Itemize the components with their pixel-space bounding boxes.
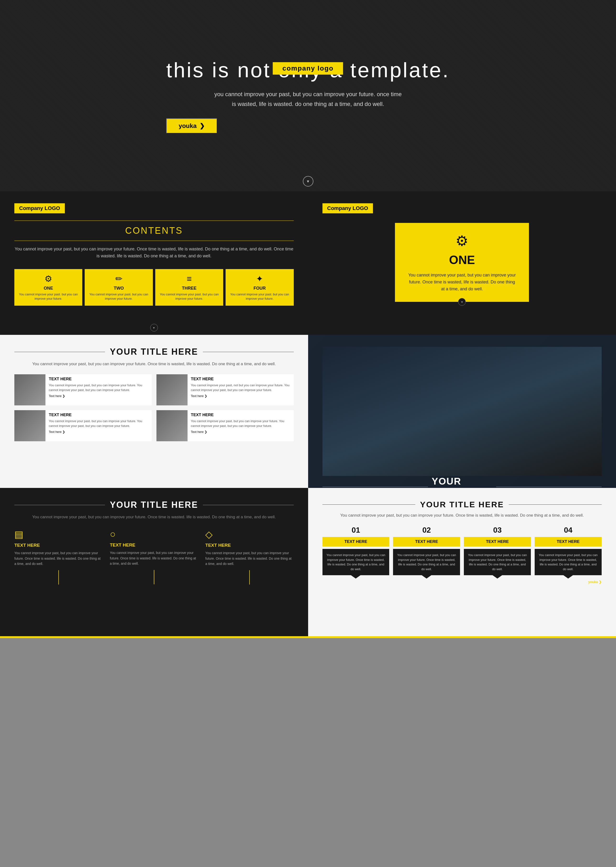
num-badge-2: TEXT HERE — [393, 537, 460, 547]
hero-subtitle: you cannot improve your past, but you ca… — [166, 90, 450, 109]
card-1-title: TEXT HERE — [49, 377, 149, 382]
num-badge-3: TEXT HERE — [464, 537, 531, 547]
contents-icon-four: ✦ FOUR You cannot improve your past. but… — [226, 269, 294, 306]
hero-button[interactable]: youka ❯ — [166, 118, 217, 134]
card-1-link[interactable]: Text here ❯ — [49, 394, 149, 398]
contents-three-desc: You cannot improve your past. but you ca… — [158, 292, 221, 301]
dark-photo-bg — [322, 347, 602, 476]
num-col-4: 04 TEXT HERE You cannot improve your pas… — [535, 526, 602, 575]
card-4-title: TEXT HERE — [191, 413, 291, 417]
dp-divider-right — [496, 487, 602, 487]
numbered-footer-text: youka ❯ — [588, 580, 602, 584]
contents-four-icon: ✦ — [228, 274, 291, 284]
col-icon-1: ▤ TEXT HERE You cannot improve your past… — [14, 529, 103, 584]
three-cols-grid: ▤ TEXT HERE You cannot improve your past… — [14, 529, 294, 584]
contents-two-label: TWO — [87, 286, 150, 291]
contents-one-desc: You cannot improve your past. but you ca… — [17, 292, 80, 301]
num-label-1: 01 — [322, 526, 390, 534]
num-box-3-notch — [493, 575, 502, 578]
slides-grid-row1: Company LOGO CONTENTS You cannot improve… — [0, 191, 616, 335]
card-4-content: TEXT HERE You cannot improve your past. … — [191, 410, 294, 441]
card-2: TEXT HERE You cannot improve your past, … — [156, 374, 294, 405]
slide-dark-icons: YOUR TITLE HERE You cannot improve your … — [0, 488, 308, 636]
card-1: TEXT HERE You cannot improve your past, … — [14, 374, 152, 405]
num-col-1: 01 TEXT HERE You cannot improve your pas… — [322, 526, 390, 575]
numbered-footer: youka ❯ — [322, 580, 602, 584]
num-box-3-desc: You cannot improve your past, but you ca… — [468, 553, 527, 572]
contents-four-desc: You cannot improve your past. but you ca… — [228, 292, 291, 301]
separator-yellow — [0, 636, 616, 638]
slides-grid-row3: YOUR TITLE HERE You cannot improve your … — [0, 488, 616, 636]
card-1-image — [14, 374, 46, 405]
hero-button-arrow-icon: ❯ — [200, 122, 205, 130]
num-col-3: 03 TEXT HERE You cannot improve your pas… — [464, 526, 531, 575]
slide-title-dark-photo: YOUR TITLE HERE You cannot improve your … — [308, 335, 616, 488]
contents-icon-two: ✏ TWO You cannot improve your past. but … — [85, 269, 152, 306]
card-2-image — [156, 374, 187, 405]
contents-two-desc: You cannot improve your past. but you ca… — [87, 292, 150, 301]
one-chevron-icon: ▾ — [458, 298, 466, 306]
dp-title-line2: TITLE HERE — [432, 487, 492, 488]
hero-button-label: youka — [179, 122, 196, 130]
slide-numbered: YOUR TITLE HERE You cannot improve your … — [308, 488, 616, 636]
contents-one-label: ONE — [17, 286, 80, 291]
hero-content: company logo this is not only a template… — [166, 58, 450, 134]
dp-divider-left — [322, 487, 428, 487]
one-yellow-box: ⚙ ONE You cannot improve your past, but … — [395, 223, 529, 302]
col-icon-1-icon: ▤ — [14, 529, 103, 540]
hero-section: company logo this is not only a template… — [0, 0, 616, 191]
one-desc: You cannot improve your past, but you ca… — [407, 272, 517, 292]
di-subtitle: You cannot improve your past, but you ca… — [14, 514, 294, 520]
col-icon-2: ○ TEXT HERE You cannot improve your past… — [110, 529, 198, 584]
slide-one-logo: Company LOGO — [322, 203, 373, 214]
num-label-4: 04 — [535, 526, 602, 534]
card-3-title: TEXT HERE — [49, 413, 149, 417]
four-cards-grid: TEXT HERE You cannot improve your past, … — [14, 374, 294, 441]
white-slide-subtitle: You cannot improve your past, but you ca… — [14, 361, 294, 367]
num-badge-1: TEXT HERE — [322, 537, 390, 547]
one-gear-icon: ⚙ — [407, 232, 517, 249]
one-title: ONE — [407, 253, 517, 267]
num-box-1-desc: You cannot improve your past, but you ca… — [326, 553, 386, 572]
card-4-desc: You cannot improve your past. but you ca… — [191, 419, 291, 428]
card-4-link[interactable]: Text here ❯ — [191, 430, 291, 433]
col-icon-3-title: TEXT HERE — [205, 543, 294, 548]
contents-three-icon: ≡ — [158, 274, 221, 284]
card-2-content: TEXT HERE You cannot improve your past, … — [191, 374, 294, 405]
num-badge-4: TEXT HERE — [535, 537, 602, 547]
num-box-1: You cannot improve your past, but you ca… — [322, 549, 390, 575]
num-box-4-notch — [563, 575, 573, 578]
numbered-title: YOUR TITLE HERE — [420, 500, 504, 509]
col-icon-3-icon: ◇ — [205, 529, 294, 540]
col-divider-3 — [249, 570, 250, 584]
contents-divider — [14, 220, 294, 221]
card-3-content: TEXT HERE You cannot improve your past. … — [49, 410, 152, 441]
num-box-4-desc: You cannot improve your past, but you ca… — [539, 553, 598, 572]
numbered-cols-grid: 01 TEXT HERE You cannot improve your pas… — [322, 526, 602, 575]
card-2-desc: You cannot improve your past, not but yo… — [191, 383, 291, 392]
num-box-4: You cannot improve your past, but you ca… — [535, 549, 602, 575]
di-line-right — [203, 505, 294, 505]
slides-grid-row2: YOUR TITLE HERE You cannot improve your … — [0, 335, 616, 488]
col-icon-2-desc: You cannot improve your past, but you ca… — [110, 550, 198, 566]
num-box-3: You cannot improve your past, but you ca… — [464, 549, 531, 575]
contents-title: CONTENTS — [14, 226, 294, 236]
num-box-2-notch — [422, 575, 431, 578]
contents-icons-grid: ⚙ ONE You cannot improve your past. but … — [14, 269, 294, 306]
slide-contents-logo: Company LOGO — [14, 203, 65, 214]
contents-divider2 — [14, 240, 294, 241]
num-label-2: 02 — [393, 526, 460, 534]
num-box-2: You cannot improve your past, but you ca… — [393, 549, 460, 575]
card-2-link[interactable]: Text here ❯ — [191, 394, 291, 398]
numbered-subtitle: You cannot improve your past, but you ca… — [322, 512, 602, 518]
white-slide-divider: YOUR TITLE HERE — [14, 347, 294, 357]
contents-three-label: THREE — [158, 286, 221, 291]
num-line-left — [322, 504, 415, 505]
card-3-link[interactable]: Text here ❯ — [49, 430, 149, 433]
di-title: YOUR TITLE HERE — [110, 500, 198, 510]
num-line-right — [509, 504, 602, 505]
hero-scroll-down-icon[interactable]: ▾ — [303, 176, 313, 187]
col-divider-2 — [154, 570, 154, 584]
contents-icon-three: ≡ THREE You cannot improve your past. bu… — [155, 269, 223, 306]
num-label-3: 03 — [464, 526, 531, 534]
